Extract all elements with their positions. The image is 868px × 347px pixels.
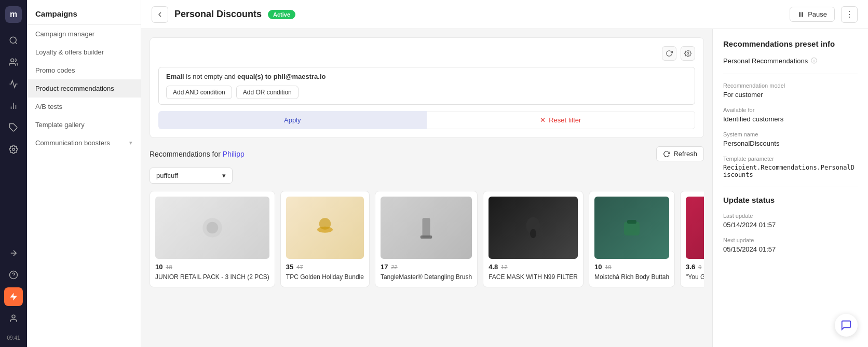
add-and-condition-button[interactable]: Add AND condition: [166, 86, 232, 99]
chat-bubble[interactable]: [835, 314, 858, 337]
chevron-down-icon: ▾: [129, 140, 132, 146]
app-logo[interactable]: m: [5, 6, 22, 23]
filter-condition-box: Email is not empty and equal(s) to phil@…: [158, 67, 695, 105]
back-button[interactable]: [152, 6, 168, 23]
person-icon[interactable]: [4, 309, 23, 328]
svg-point-2: [11, 59, 14, 62]
sidebar-title: Campaigns: [27, 0, 141, 25]
rp-update-status-title: Update status: [723, 196, 858, 204]
rp-preset-name: Personal Recommendations ⓘ: [723, 57, 858, 65]
sidebar-item-loyalty[interactable]: Loyalty & offers builder: [27, 43, 141, 61]
sidebar-item-template-gallery[interactable]: Template gallery: [27, 116, 141, 134]
product-name: FACE MASK WITH N99 FILTER: [489, 273, 578, 282]
time-display: 09:41: [7, 335, 20, 341]
product-image: [286, 197, 364, 259]
right-panel: Recommendations preset info Personal Rec…: [712, 29, 868, 347]
product-rating-row: 3.6 9: [686, 263, 704, 271]
svg-rect-24: [624, 222, 640, 235]
rp-model-field: Recommendation model For customer: [723, 82, 858, 99]
store-dropdown[interactable]: puffcuff ▾: [150, 168, 233, 184]
product-name: TangleMaster® Detangling Brush: [381, 273, 472, 282]
puzzle-icon[interactable]: [4, 118, 23, 137]
reset-filter-button[interactable]: ✕ Reset filter: [427, 111, 696, 129]
product-rating: 10: [594, 263, 602, 271]
filter-field-name: Email: [166, 73, 184, 80]
sidebar-item-promo-codes[interactable]: Promo codes: [27, 61, 141, 79]
product-rating-row: 10 18: [155, 263, 269, 271]
icon-nav: m 09:41: [0, 0, 27, 347]
rp-template-param-field: Template parameter Recipient.Recommendat…: [723, 156, 858, 178]
svg-marker-11: [10, 293, 17, 301]
customer-name-value: Philipp: [223, 150, 245, 158]
apply-reset-row: Apply ✕ Reset filter: [158, 111, 695, 129]
apply-button[interactable]: Apply: [158, 111, 427, 129]
rp-available-field: Available for Identified customers: [723, 107, 858, 123]
add-or-condition-button[interactable]: Add OR condition: [236, 86, 299, 99]
svg-rect-14: [802, 12, 803, 17]
product-rating-row: 17 22: [381, 263, 472, 271]
products-grid: 10 18 JUNIOR RETAIL PACK - 3 INCH (2 PCS…: [150, 191, 704, 287]
users-icon[interactable]: [4, 53, 23, 72]
svg-point-12: [12, 315, 15, 318]
settings-icon[interactable]: [4, 140, 23, 159]
svg-point-0: [10, 37, 16, 43]
rp-last-update-field: Last update 05/14/2024 01:57: [723, 213, 858, 229]
arrow-right-icon[interactable]: [4, 244, 23, 262]
sidebar-item-product-recommendations[interactable]: Product recommendations: [27, 79, 141, 98]
product-rating-row: 4.8 12: [489, 263, 578, 271]
product-rating: 35: [286, 263, 293, 271]
product-image: [381, 197, 472, 259]
rp-last-update-label: Last update: [723, 213, 858, 219]
chevron-down-icon: ▾: [222, 172, 226, 179]
more-icon: ⋮: [845, 9, 853, 19]
svg-rect-25: [627, 220, 636, 224]
search-icon[interactable]: [4, 31, 23, 50]
rp-preset-name-field: Personal Recommendations ⓘ: [723, 57, 858, 65]
pause-button[interactable]: Pause: [790, 7, 835, 22]
svg-point-7: [12, 148, 15, 151]
product-rating-sub: 9: [698, 264, 701, 270]
pause-label: Pause: [808, 10, 827, 18]
filter-refresh-icon-btn[interactable]: [662, 46, 676, 61]
filter-card: Email is not empty and equal(s) to phil@…: [150, 37, 704, 138]
rp-system-name-label: System name: [723, 131, 858, 137]
sidebar-item-ab-tests[interactable]: A/B tests: [27, 98, 141, 116]
refresh-button[interactable]: Refresh: [656, 146, 704, 161]
product-card: 35 47 TPC Golden Holiday Bundle: [280, 191, 370, 287]
filter-actions-top: [158, 46, 695, 61]
svg-line-1: [15, 42, 17, 44]
product-rating: 17: [381, 263, 388, 271]
product-name: TPC Golden Holiday Bundle: [286, 273, 364, 282]
campaigns-icon[interactable]: [4, 75, 23, 93]
sidebar-item-communication-boosters[interactable]: Communication boosters ▾: [27, 134, 141, 152]
lightning-icon[interactable]: [4, 287, 23, 306]
product-rating: 3.6: [686, 263, 695, 271]
reset-label: Reset filter: [549, 116, 581, 124]
more-button[interactable]: ⋮: [841, 6, 858, 23]
rp-divider: [723, 74, 858, 74]
main-header: Personal Discounts Active Pause ⋮: [141, 0, 868, 29]
chart-icon[interactable]: [4, 96, 23, 115]
product-image: [489, 197, 578, 259]
product-card: 10 18 JUNIOR RETAIL PACK - 3 INCH (2 PCS…: [150, 191, 275, 287]
product-rating-row: 35 47: [286, 263, 364, 271]
sidebar-item-campaign-manager[interactable]: Campaign manager: [27, 25, 141, 43]
main-panel: Email is not empty and equal(s) to phil@…: [141, 29, 712, 347]
product-name: "You Go, Curlfriend!" PuffCuff Lapel Pin: [686, 273, 704, 282]
page-title: Personal Discounts: [174, 9, 262, 20]
info-icon[interactable]: ⓘ: [811, 57, 817, 65]
rp-system-name-value: PersonalDiscounts: [723, 140, 858, 147]
product-rating-sub: 12: [501, 264, 507, 270]
filter-btn-row: Add AND condition Add OR condition: [166, 86, 687, 99]
filter-settings-icon-btn[interactable]: [681, 46, 695, 61]
rp-next-update-label: Next update: [723, 237, 858, 243]
product-card: PuffCuff 3.6 9 "You Go, Curlfriend!" Puf…: [680, 191, 704, 287]
help-icon[interactable]: [4, 266, 23, 284]
product-card: 10 19 Moistchâ Rich Body Buttah: [589, 191, 675, 287]
product-rating: 10: [155, 263, 162, 271]
product-card: 17 22 TangleMaster® Detangling Brush: [375, 191, 478, 287]
rp-last-update-value: 05/14/2024 01:57: [723, 221, 858, 229]
recommendations-header: Recommendations for Philipp Refresh: [150, 146, 704, 161]
rp-system-name-field: System name PersonalDiscounts: [723, 131, 858, 147]
rp-template-param-label: Template parameter: [723, 156, 858, 162]
